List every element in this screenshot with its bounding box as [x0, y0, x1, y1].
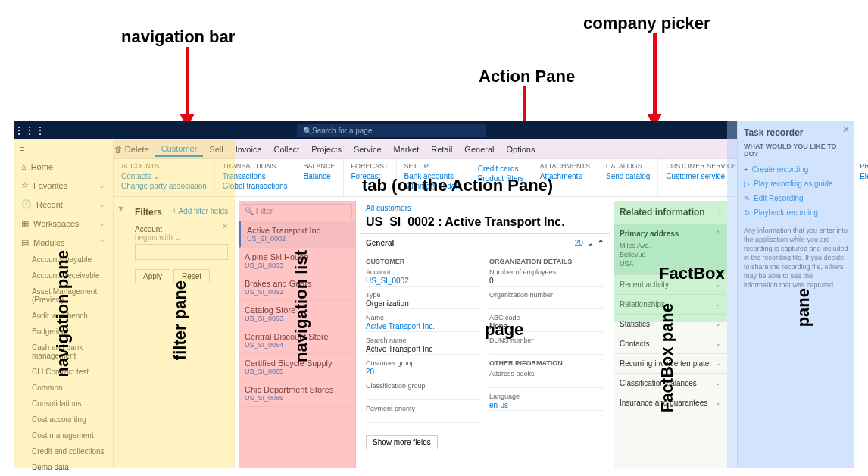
action-link[interactable]: Change party association — [121, 181, 207, 191]
factbox-section[interactable]: Insurance and guarantees⌄ — [614, 393, 727, 412]
nav-module-item[interactable]: CLI Contract test — [14, 364, 113, 380]
nav-module-item[interactable]: Cash and bank management — [14, 340, 113, 364]
list-item[interactable]: Chic Department StoresUS_SI_0066 — [239, 380, 355, 407]
factbox-section[interactable]: Recent activity⌄ — [614, 274, 727, 294]
list-item[interactable]: Catalog StoreUS_SI_0063 — [239, 301, 355, 327]
nav-module-item[interactable]: Consolidations — [14, 396, 113, 412]
nav-recent[interactable]: 🕐 Recent⌄ — [14, 195, 113, 214]
options-tab[interactable]: Options — [500, 142, 541, 156]
action-link[interactable]: Global transactions — [223, 181, 288, 191]
waffle-icon[interactable]: ⋮⋮⋮ — [14, 124, 32, 136]
factbox-pane: Related information› Primary address⌃ Mi… — [614, 201, 727, 468]
general-tab[interactable]: General — [458, 142, 500, 156]
field-name[interactable]: Active Transport Inc. — [366, 321, 480, 332]
list-filter[interactable]: 🔍 Filter — [242, 204, 352, 218]
nav-modules[interactable]: ▤ Modules⌃ — [14, 233, 113, 252]
filter-clear-icon[interactable]: ✕ — [222, 222, 228, 230]
field-priority[interactable] — [366, 412, 480, 423]
factbox-section[interactable]: Contacts⌄ — [614, 334, 727, 353]
field-type[interactable]: Organization — [366, 299, 480, 309]
action-link[interactable]: Balance — [303, 171, 335, 181]
nav-module-item[interactable]: Cost management — [14, 427, 113, 443]
factbox-section[interactable]: Recurring invoice template⌄ — [614, 353, 727, 373]
filter-apply[interactable]: Apply — [135, 269, 170, 283]
nav-module-item[interactable]: Common — [14, 380, 113, 396]
nav-module-item[interactable]: Budgeting — [14, 324, 113, 340]
task-note: Any information that you enter into the … — [744, 226, 848, 290]
collect-tab[interactable]: Collect — [268, 142, 306, 156]
field-addr[interactable] — [489, 377, 604, 388]
list-item[interactable]: Active Transport Inc.US_SI_0002 — [239, 221, 355, 248]
search-box[interactable]: 🔍 Search for a page — [297, 124, 486, 137]
sell-tab[interactable]: Sell — [203, 142, 229, 156]
action-link[interactable]: Send catalog — [606, 171, 650, 181]
factbox-section[interactable]: Classification balances⌄ — [614, 373, 727, 393]
action-link[interactable]: Contacts ⌄ — [121, 171, 207, 181]
action-link[interactable]: Electronic document properties — [860, 171, 868, 181]
list-item[interactable]: Certified Bicycle SupplyUS_SI_0065 — [239, 354, 355, 380]
add-filter-fields[interactable]: + Add filter fields — [172, 207, 228, 218]
action-link[interactable]: Summary update — [404, 181, 462, 191]
filter-op[interactable]: begins with ⌄ — [135, 233, 228, 242]
field-emp[interactable]: 0 — [489, 276, 604, 287]
field-abc[interactable]: None — [489, 321, 604, 332]
field-orgnum[interactable] — [489, 299, 604, 309]
nav-workspaces[interactable]: ▦ Workspaces⌄ — [14, 214, 113, 233]
delete-button[interactable]: 🗑 Delete — [108, 142, 155, 156]
market-tab[interactable]: Market — [388, 142, 426, 156]
action-link[interactable]: Product filters — [478, 174, 524, 183]
action-link[interactable]: Attachments — [540, 171, 590, 181]
action-link[interactable]: Customer service — [666, 171, 736, 181]
task-link[interactable]: +Create recording — [744, 162, 848, 177]
factbox-section[interactable]: Statistics⌄ — [614, 314, 727, 334]
filter-input[interactable] — [135, 244, 228, 260]
retail-tab[interactable]: Retail — [425, 142, 458, 156]
nav-module-item[interactable]: Cost accounting — [14, 412, 113, 427]
service-tab[interactable]: Service — [348, 142, 388, 156]
customer-tab[interactable]: Customer — [155, 142, 204, 157]
close-icon[interactable]: ✕ — [842, 124, 850, 135]
field-lang[interactable]: en-us — [489, 400, 604, 411]
filter-pane: Filters + Add filter fields Account begi… — [129, 201, 235, 468]
filter-reset[interactable]: Reset — [173, 269, 210, 283]
nav-hamburger[interactable]: ≡ — [14, 139, 113, 158]
list-item[interactable]: Central Discount StoreUS_SI_0064 — [239, 327, 355, 354]
nav-module-item[interactable]: Credit and collections — [14, 443, 113, 459]
task-link[interactable]: ▷Play recording as guide — [744, 177, 848, 191]
action-pane-tab: ACCOUNTSContacts ⌄Change party associati… — [114, 159, 735, 197]
task-link[interactable]: ✎Edit Recording — [744, 191, 848, 205]
nav-module-item[interactable]: Demo data — [14, 459, 113, 475]
invoice-tab[interactable]: Invoice — [229, 142, 268, 156]
section-other: OTHER INFORMATION — [489, 359, 604, 367]
nav-module-item[interactable]: Asset Management (Preview) — [14, 283, 113, 308]
annotation-nav-bar: navigation bar — [121, 27, 235, 47]
nav-module-item[interactable]: Accounts payable — [14, 252, 113, 268]
field-class[interactable] — [366, 390, 480, 400]
factbox-primary-address[interactable]: Primary address⌃ Miles Ave.BellevueUSA — [614, 224, 727, 274]
task-link[interactable]: ↻Playback recording — [744, 205, 848, 220]
action-link[interactable]: Bank accounts — [404, 171, 462, 181]
nav-favorites[interactable]: ☆ Favorites⌄ — [14, 176, 113, 195]
nav-module-item[interactable]: Audit workbench — [14, 308, 113, 324]
section-org: ORGANIZATION DETAILS — [489, 258, 604, 265]
funnel-icon[interactable]: ▼ — [114, 201, 127, 216]
list-item[interactable]: Alpine Ski HouseUS_SI_0003 — [239, 248, 355, 274]
nav-module-item[interactable]: Accounts receivable — [14, 268, 113, 283]
action-link[interactable]: Credit cards — [478, 164, 524, 174]
nav-home[interactable]: ⌂ Home — [14, 158, 113, 176]
field-group[interactable]: 20 — [366, 367, 480, 377]
factbox-section[interactable]: Relationships⌄ — [614, 294, 727, 314]
projects-tab[interactable]: Projects — [305, 142, 348, 156]
action-link[interactable]: Transactions — [223, 171, 288, 181]
list-item[interactable]: Brakes and GearsUS_SI_0062 — [239, 274, 355, 301]
factbox-title: Related information› — [614, 201, 727, 224]
action-pane: ≡ ✎ Edit + New 🗑 Delete Customer Sell In… — [14, 139, 854, 159]
show-more-fields[interactable]: Show more fields — [366, 435, 438, 449]
field-duns[interactable] — [489, 344, 604, 355]
breadcrumb[interactable]: All customers — [360, 201, 610, 215]
fasttab-general[interactable]: General 20 ⌄ ⌃ — [360, 233, 610, 252]
field-account[interactable]: US_SI_0002 — [366, 276, 480, 287]
field-search[interactable]: Active Transport Inc — [366, 344, 480, 355]
action-link[interactable]: Forecast — [351, 171, 389, 181]
task-recorder-pane: ✕ Task recorder WHAT WOULD YOU LIKE TO D… — [737, 121, 854, 468]
